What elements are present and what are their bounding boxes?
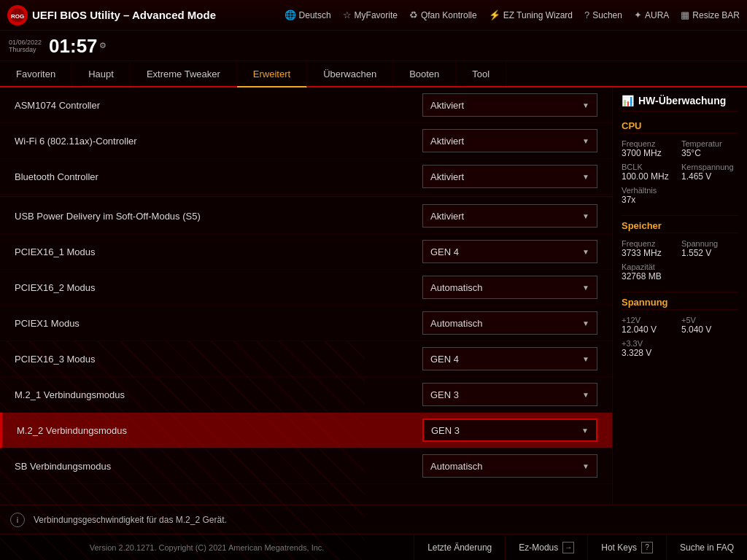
sidebar-speicher-grid: Frequenz 3733 MHz Spannung 1.552 V Kapaz…: [622, 239, 738, 281]
setting-row-sb[interactable]: SB Verbindungsmodus Automatisch ▼: [0, 448, 612, 484]
setting-control-usb-power[interactable]: Aktiviert ▼: [422, 204, 597, 228]
top-bar: ROG UEFI BIOS Utility – Advanced Mode 🌐 …: [0, 0, 747, 31]
nav-aura[interactable]: ✦ AURA: [634, 9, 669, 20]
nav-myfavorite[interactable]: ☆ MyFavorite: [343, 9, 398, 20]
settings-panel: ASM1074 Controller Aktiviert ▼ Wi-Fi 6 (…: [0, 88, 612, 505]
info-text: Verbindungsgeschwindigkeit für das M.2_2…: [34, 515, 227, 525]
dropdown-asm1074[interactable]: Aktiviert ▼: [422, 93, 597, 117]
nav-tool[interactable]: Tool: [456, 61, 506, 86]
setting-control-wifi6[interactable]: Aktiviert ▼: [422, 129, 597, 152]
setting-row-m2-2[interactable]: M.2_2 Verbindungsmodus GEN 3 ▼: [0, 413, 612, 448]
sidebar-cpu-grid: Frequenz 3700 MHz Temperatur 35°C BCLK 1…: [622, 139, 738, 205]
dropdown-arrow-pciex16-2: ▼: [582, 284, 589, 292]
nav-haupt[interactable]: Haupt: [72, 61, 131, 86]
setting-label-pciex1: PCIEX1 Modus: [15, 318, 422, 329]
setting-label-asm1074: ASM1074 Controller: [15, 100, 422, 111]
setting-row-m2-1[interactable]: M.2_1 Verbindungsmodus GEN 3 ▼: [0, 377, 612, 413]
setting-row-pciex16-2[interactable]: PCIEX16_2 Modus Automatisch ▼: [0, 270, 612, 306]
dropdown-pciex16-1[interactable]: GEN 4 ▼: [422, 240, 597, 263]
dropdown-arrow-m2-2: ▼: [581, 427, 589, 435]
datetime-bar: 01/06/2022 Thursday 01:57 ⚙: [0, 31, 747, 61]
sidebar-cpu-section: CPU Frequenz 3700 MHz Temperatur 35°C BC…: [622, 120, 738, 205]
setting-row-wifi6[interactable]: Wi-Fi 6 (802.11ax)-Controller Aktiviert …: [0, 123, 612, 159]
sidebar-spannung-grid: +12V 12.040 V +5V 5.040 V +3.3V 3.328 V: [622, 316, 738, 358]
resize-bar-icon: ▦: [681, 9, 689, 20]
setting-control-pciex16-1[interactable]: GEN 4 ▼: [422, 240, 597, 263]
nav-ueberwachen[interactable]: Überwachen: [307, 61, 393, 86]
setting-control-asm1074[interactable]: Aktiviert ▼: [422, 93, 597, 117]
setting-control-bluetooth[interactable]: Aktiviert ▼: [422, 165, 597, 188]
setting-control-pciex1[interactable]: Automatisch ▼: [422, 311, 597, 335]
sidebar-spannung-title: Spannung: [622, 297, 738, 310]
setting-row-pciex16-3[interactable]: PCIEX16_3 Modus GEN 4 ▼: [0, 341, 612, 377]
setting-row-pciex16-1[interactable]: PCIEX16_1 Modus GEN 4 ▼: [0, 234, 612, 270]
suchen-icon: ?: [584, 9, 589, 20]
aura-icon: ✦: [634, 9, 642, 20]
footer: Version 2.20.1271. Copyright (C) 2021 Am…: [0, 534, 747, 560]
main-nav: Favoriten Haupt Extreme Tweaker Erweiter…: [0, 61, 747, 88]
setting-control-pciex16-2[interactable]: Automatisch ▼: [422, 276, 597, 299]
dropdown-arrow-pciex16-1: ▼: [582, 248, 589, 256]
setting-label-pciex16-1: PCIEX16_1 Modus: [15, 246, 422, 257]
rog-logo-icon: ROG: [7, 5, 28, 26]
sidebar-divider-1: [622, 215, 738, 216]
sidebar-title: 📊 HW-Überwachung: [622, 95, 738, 112]
dropdown-arrow-usb-power: ▼: [582, 212, 589, 220]
dropdown-wifi6[interactable]: Aktiviert ▼: [422, 129, 597, 152]
footer-btn-ez-modus[interactable]: Ez-Modus →: [505, 534, 587, 561]
time-settings-icon[interactable]: ⚙: [99, 41, 107, 50]
nav-deutsch[interactable]: 🌐 Deutsch: [285, 9, 331, 20]
dropdown-arrow-wifi6: ▼: [582, 137, 589, 145]
setting-control-m2-2[interactable]: GEN 3 ▼: [422, 419, 597, 442]
setting-label-pciex16-3: PCIEX16_3 Modus: [15, 354, 422, 365]
dropdown-bluetooth[interactable]: Aktiviert ▼: [422, 165, 597, 188]
time-display: 01:57: [49, 36, 98, 55]
ez-tuning-icon: ⚡: [489, 9, 500, 20]
setting-row-usb-power[interactable]: USB Power Delivery im Soft-Off-Modus (S5…: [0, 198, 612, 234]
dropdown-pciex16-3[interactable]: GEN 4 ▼: [422, 347, 597, 370]
nav-extreme-tweaker[interactable]: Extreme Tweaker: [131, 61, 237, 86]
sidebar-divider-2: [622, 292, 738, 292]
hw-sidebar: 📊 HW-Überwachung CPU Frequenz 3700 MHz T…: [612, 88, 747, 505]
qfan-icon: ♻: [409, 9, 418, 20]
footer-btn-suche-faq[interactable]: Suche in FAQ: [666, 534, 747, 561]
svg-text:ROG: ROG: [11, 13, 24, 20]
footer-btn-letzte-aenderung[interactable]: Letzte Änderung: [414, 534, 505, 561]
dropdown-pciex1[interactable]: Automatisch ▼: [422, 311, 597, 335]
setting-control-m2-1[interactable]: GEN 3 ▼: [422, 383, 597, 406]
nav-qfan[interactable]: ♻ Qfan Kontrolle: [409, 9, 477, 20]
info-icon: i: [10, 513, 25, 527]
setting-row-bluetooth[interactable]: Bluetooth Controller Aktiviert ▼: [0, 159, 612, 195]
hot-keys-icon: ?: [641, 542, 653, 553]
mem-spannung-label: Spannung 1.552 V: [681, 239, 738, 258]
footer-version: Version 2.20.1271. Copyright (C) 2021 Am…: [0, 543, 414, 552]
dropdown-m2-1[interactable]: GEN 3 ▼: [422, 383, 597, 406]
nav-ez-tuning[interactable]: ⚡ EZ Tuning Wizard: [489, 9, 573, 20]
setting-row-asm1074[interactable]: ASM1074 Controller Aktiviert ▼: [0, 88, 612, 123]
setting-label-bluetooth: Bluetooth Controller: [15, 171, 422, 182]
setting-row-pciex1[interactable]: PCIEX1 Modus Automatisch ▼: [0, 306, 612, 341]
myfavorite-icon: ☆: [343, 9, 352, 20]
setting-label-wifi6: Wi-Fi 6 (802.11ax)-Controller: [15, 136, 422, 147]
sidebar-speicher-title: Speicher: [622, 220, 738, 233]
nav-favoriten[interactable]: Favoriten: [0, 61, 72, 86]
nav-suchen[interactable]: ? Suchen: [584, 9, 622, 20]
setting-control-pciex16-3[interactable]: GEN 4 ▼: [422, 347, 597, 370]
sidebar-cpu-title: CPU: [622, 120, 738, 133]
dropdown-pciex16-2[interactable]: Automatisch ▼: [422, 276, 597, 299]
sidebar-spannung-section: Spannung +12V 12.040 V +5V 5.040 V +3.3V…: [622, 297, 738, 358]
dropdown-m2-2[interactable]: GEN 3 ▼: [422, 419, 597, 442]
setting-label-m2-1: M.2_1 Verbindungsmodus: [15, 389, 422, 400]
nav-resize-bar[interactable]: ▦ Resize BAR: [681, 9, 740, 20]
setting-label-usb-power: USB Power Delivery im Soft-Off-Modus (S5…: [15, 211, 422, 222]
nav-booten[interactable]: Booten: [393, 61, 456, 86]
date-area: 01/06/2022 Thursday: [9, 39, 42, 53]
dropdown-usb-power[interactable]: Aktiviert ▼: [422, 204, 597, 228]
footer-btn-hot-keys[interactable]: Hot Keys ?: [587, 534, 666, 561]
mem-freq-label: Frequenz 3733 MHz: [622, 239, 678, 258]
setting-control-sb[interactable]: Automatisch ▼: [422, 454, 597, 478]
nav-erweitert[interactable]: Erweitert: [237, 61, 307, 88]
dropdown-sb[interactable]: Automatisch ▼: [422, 454, 597, 478]
cpu-bclk-label: BCLK 100.00 MHz: [622, 163, 678, 182]
volt-12v-label: +12V 12.040 V: [622, 316, 678, 335]
